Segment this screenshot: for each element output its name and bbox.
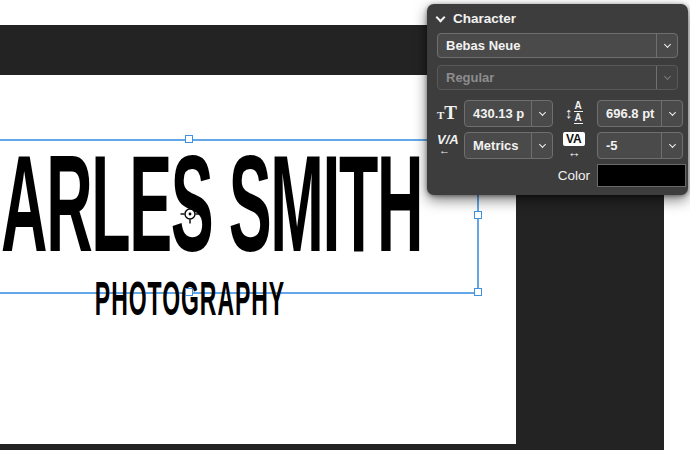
leading-value: 696.8 pt xyxy=(598,101,661,126)
tracking-dropdown[interactable]: -5 xyxy=(597,132,683,159)
character-panel: Character Bebas Neue Regular TT 430.13 p… xyxy=(427,4,688,195)
leading-icon-letter-top: A xyxy=(574,100,583,112)
leading-icon: ↕ A A xyxy=(565,100,583,124)
font-size-icon: TT xyxy=(437,104,457,121)
chevron-down-icon xyxy=(538,141,545,148)
selection-handle-bottom-center[interactable] xyxy=(185,288,193,296)
leading-icon-letter-bottom: A xyxy=(574,112,583,124)
tracking-icon-letters: VA xyxy=(563,132,585,146)
font-style-dropdown-button xyxy=(656,66,677,89)
tracking-value: -5 xyxy=(598,133,661,158)
kerning-dropdown-button[interactable] xyxy=(531,133,552,158)
chevron-down-icon xyxy=(668,141,675,148)
font-style-value: Regular xyxy=(438,66,656,89)
color-swatch[interactable] xyxy=(597,164,686,187)
reference-point-crosshair-icon xyxy=(179,203,201,225)
character-panel-header[interactable]: Character xyxy=(437,11,516,26)
subline-text[interactable]: PHOTOGRAPHY xyxy=(85,274,296,323)
font-family-dropdown-button[interactable] xyxy=(656,34,677,57)
font-size-value: 430.13 p xyxy=(465,101,531,126)
kerning-icon-arrow: ← xyxy=(439,145,450,156)
headline-text[interactable]: HARLES SMITH xyxy=(0,135,422,272)
chevron-down-icon xyxy=(668,109,675,116)
leading-dropdown-button[interactable] xyxy=(661,101,682,126)
tracking-icon: VA ↔ xyxy=(563,132,585,159)
font-size-dropdown-button[interactable] xyxy=(531,101,552,126)
tracking-icon-arrow: ↔ xyxy=(567,146,580,159)
font-family-value: Bebas Neue xyxy=(438,34,656,57)
selection-handle-middle-right[interactable] xyxy=(474,211,482,219)
selection-handle-bottom-right[interactable] xyxy=(474,288,482,296)
leading-dropdown[interactable]: 696.8 pt xyxy=(597,100,683,127)
tracking-dropdown-button[interactable] xyxy=(661,133,682,158)
font-size-icon-large-t: T xyxy=(444,104,457,121)
panel-title: Character xyxy=(453,11,516,26)
kerning-value: Metrics xyxy=(465,133,531,158)
kerning-dropdown[interactable]: Metrics xyxy=(464,132,553,159)
selection-handle-top-center[interactable] xyxy=(185,135,193,143)
collapse-chevron-icon[interactable] xyxy=(436,12,446,22)
chevron-down-icon xyxy=(663,73,670,80)
font-size-dropdown[interactable]: 430.13 p xyxy=(464,100,553,127)
kerning-icon: V/A ← xyxy=(437,133,459,156)
font-style-dropdown: Regular xyxy=(437,65,678,90)
color-label: Color xyxy=(527,168,590,183)
font-size-icon-small-t: T xyxy=(437,110,444,121)
chevron-down-icon xyxy=(538,109,545,116)
leading-icon-arrow: ↕ xyxy=(565,104,573,121)
chevron-down-icon xyxy=(663,41,670,48)
font-family-dropdown[interactable]: Bebas Neue xyxy=(437,33,678,58)
